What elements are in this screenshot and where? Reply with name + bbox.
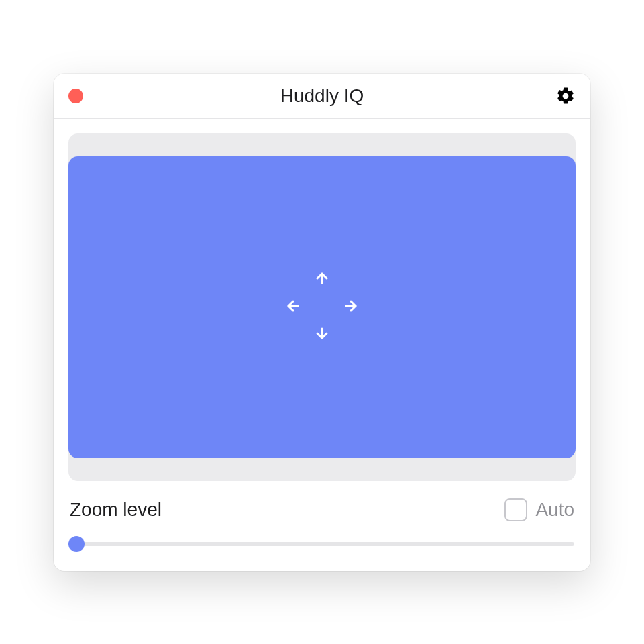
titlebar-inner: Huddly IQ [68, 86, 576, 106]
arrow-down-icon[interactable] [314, 325, 330, 344]
settings-button[interactable] [555, 86, 576, 106]
auto-label: Auto [535, 499, 574, 521]
auto-toggle-group: Auto [504, 498, 574, 521]
preview-panel [68, 133, 576, 481]
arrow-left-icon[interactable] [285, 298, 301, 317]
zoom-label: Zoom level [70, 499, 162, 521]
close-button[interactable] [68, 89, 83, 103]
camera-preview[interactable] [68, 156, 576, 458]
gear-icon [555, 86, 576, 106]
zoom-slider[interactable] [68, 536, 576, 552]
slider-thumb[interactable] [68, 536, 85, 552]
slider-track [70, 542, 574, 546]
content-area: Zoom level Auto [54, 119, 590, 571]
auto-checkbox[interactable] [504, 498, 527, 521]
pan-control[interactable] [285, 270, 359, 344]
window-title: Huddly IQ [280, 85, 364, 107]
arrow-up-icon[interactable] [314, 270, 330, 289]
titlebar: Huddly IQ [54, 74, 590, 119]
arrow-right-icon[interactable] [343, 298, 359, 317]
app-window: Huddly IQ [54, 74, 590, 571]
zoom-row: Zoom level Auto [68, 498, 576, 521]
